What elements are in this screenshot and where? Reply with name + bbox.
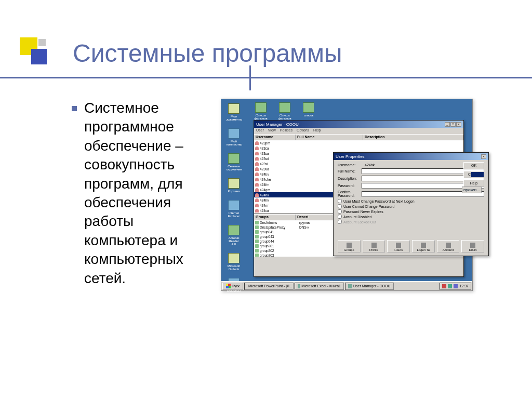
connector-line [471,172,484,177]
menu-item[interactable]: Policies [280,128,292,134]
dialog-title: User Properties [336,154,365,159]
slide-body-text: Системное программное обеспечение – сово… [84,99,210,288]
desktop-icon[interactable]: Acrobat Reader 4.0 [227,225,241,246]
slide-title: Системные программы [73,39,501,68]
desktop-icon[interactable]: Мои документы [227,103,241,121]
checkbox[interactable] [338,220,342,224]
window-titlebar[interactable]: User Manager - COOU _ □ × [254,121,463,128]
connector-label: прокси... [462,187,482,193]
start-button[interactable]: Пуск [222,283,243,290]
desktop-icon[interactable]: Internet Explorer [227,200,241,218]
desktop-icon[interactable]: Список фильмов [254,102,268,120]
ok-button[interactable]: OK [463,162,484,169]
tray-icon[interactable] [442,284,446,288]
checkbox-label: User Must Change Password at Next Logon [343,200,415,203]
dialin-button[interactable]: Dialin [461,240,484,252]
dialog-titlebar[interactable]: User Properties × [334,153,488,160]
user-properties-dialog: User Properties × Username: 424hk Full N… [333,152,489,256]
bullet-icon [72,106,77,111]
user-row[interactable]: 423pm [254,140,463,145]
maximize-button[interactable]: □ [450,122,456,127]
help-button[interactable]: Help [463,180,484,187]
clock: 12:37 [459,284,469,288]
checkbox[interactable] [338,204,342,208]
logon to-button[interactable]: Logon To [412,240,435,252]
taskbar-item[interactable]: User Manager - COOU [345,283,394,290]
col-groups[interactable]: Groups [254,215,296,220]
confirm-label: Confirm Password: [338,190,362,197]
checkbox[interactable] [338,199,342,203]
start-label: Пуск [232,284,240,288]
checkbox[interactable] [338,215,342,219]
user-row[interactable]: 423са [254,145,463,151]
menu-item[interactable]: View [268,128,276,134]
fullname-label: Full Name: [338,169,362,173]
windows-flag-icon [226,284,231,288]
username-label: Username: [338,163,362,167]
account-button[interactable]: Account [437,240,460,252]
description-label: Description: [338,177,362,180]
desktop-icon[interactable]: Корзина [227,178,241,193]
checkbox-label: Password Never Expires [343,210,383,214]
profile-button[interactable]: Profile [363,240,385,252]
col-description[interactable]: Description [363,135,463,140]
embedded-screenshot: Мои документыМой компьютерСетевое окруже… [221,99,473,291]
taskbar[interactable]: Пуск Microsoft PowerPoint - [Л...Microso… [221,281,472,290]
password-label: Password: [338,184,362,188]
menubar[interactable]: UserViewPoliciesOptionsHelp [254,128,463,134]
desktop-icon[interactable]: список [301,102,316,120]
minimize-button[interactable]: _ [445,122,450,127]
taskbar-item[interactable]: Microsoft Excel - Книга1 [295,283,344,290]
col-username[interactable]: Username [254,135,296,140]
hours-button[interactable]: Hours [387,240,410,252]
window-title: User Manager - COOU [256,122,299,127]
groups-button[interactable]: Groups [338,240,361,252]
close-button[interactable]: × [456,122,461,127]
desktop-icon[interactable]: Сетевое окружение [227,153,241,171]
title-underline [0,77,532,78]
taskbar-item[interactable]: Microsoft PowerPoint - [Л... [244,283,294,290]
menu-item[interactable]: Help [313,128,321,134]
menu-item[interactable]: User [256,128,264,134]
col-fullname[interactable]: Full Name [296,135,363,140]
username-value: 424hk [365,163,375,167]
dialog-close-button[interactable]: × [481,154,486,159]
tray-icon[interactable] [454,284,458,288]
checkbox-label: Account Locked Out [343,220,376,224]
menu-item[interactable]: Options [297,128,309,134]
desktop-icon[interactable]: Список фильмов [277,102,292,120]
tray-icon[interactable] [448,284,452,288]
checkbox-label: User Cannot Change Password [343,205,394,208]
system-tray[interactable]: 12:37 [440,283,471,290]
desktop-icon[interactable]: Microsoft Outlook [227,253,241,271]
desktop-icon[interactable]: Мой компьютер [227,128,241,146]
checkbox[interactable] [338,209,342,214]
checkbox-label: Account Disabled [343,215,371,219]
user-list-header: Username Full Name Description [254,134,463,140]
